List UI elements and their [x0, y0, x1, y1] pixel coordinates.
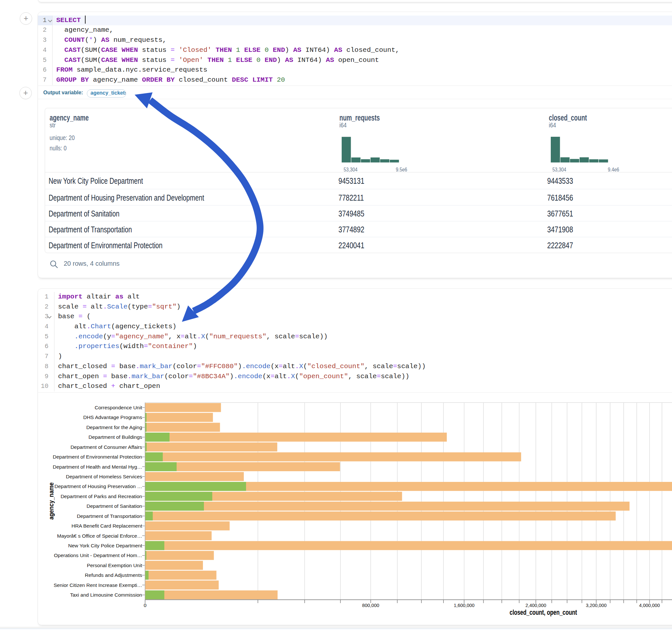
- svg-text:Department of Parks and Recrea: Department of Parks and Recreation: [61, 493, 142, 499]
- svg-text:0: 0: [144, 602, 146, 608]
- svg-text:DHS Advantage Programs: DHS Advantage Programs: [83, 414, 142, 420]
- svg-text:closed_count, open_count: closed_count, open_count: [510, 608, 577, 616]
- svg-text:800,000: 800,000: [362, 602, 379, 608]
- svg-text:Mayorâ€ s Office of Special En: Mayorâ€ s Office of Special Enforce…: [57, 533, 142, 539]
- svg-text:New York City Police Departmen: New York City Police Department: [68, 543, 142, 548]
- svg-text:Department of Consumer Affairs: Department of Consumer Affairs: [70, 444, 142, 450]
- svg-text:Department of Housing Preserva: Department of Housing Preservation …: [54, 484, 142, 489]
- svg-text:3,200,000: 3,200,000: [586, 602, 606, 608]
- svg-text:Senior Citizen Rent Increase E: Senior Citizen Rent Increase Exempti…: [53, 582, 142, 588]
- svg-text:Department for the Aging: Department for the Aging: [86, 425, 142, 430]
- svg-text:HRA Benefit Card Replacement: HRA Benefit Card Replacement: [72, 523, 143, 529]
- svg-text:Department of Transportation: Department of Transportation: [77, 513, 142, 519]
- svg-text:Taxi and Limousine Commission: Taxi and Limousine Commission: [70, 592, 142, 598]
- svg-text:Correspondence Unit: Correspondence Unit: [95, 405, 142, 410]
- svg-text:Department of Health and Menta: Department of Health and Mental Hyg…: [53, 464, 142, 469]
- svg-text:Department of Environmental Pr: Department of Environmental Protection: [53, 454, 142, 460]
- svg-text:2,400,000: 2,400,000: [526, 602, 546, 608]
- svg-text:4,000,000: 4,000,000: [639, 602, 660, 608]
- svg-text:Refunds and Adjustments: Refunds and Adjustments: [85, 572, 142, 578]
- svg-text:Operations Unit - Department o: Operations Unit - Department of Hom…: [54, 553, 142, 558]
- svg-text:agency_name: agency_name: [48, 483, 55, 520]
- svg-text:Department of Buildings: Department of Buildings: [89, 434, 142, 440]
- svg-text:Department of Homeless Service: Department of Homeless Services: [66, 474, 142, 479]
- svg-text:Personal Exemption Unit: Personal Exemption Unit: [87, 563, 142, 568]
- svg-text:1,600,000: 1,600,000: [454, 602, 475, 608]
- svg-text:Department of Sanitation: Department of Sanitation: [87, 503, 142, 509]
